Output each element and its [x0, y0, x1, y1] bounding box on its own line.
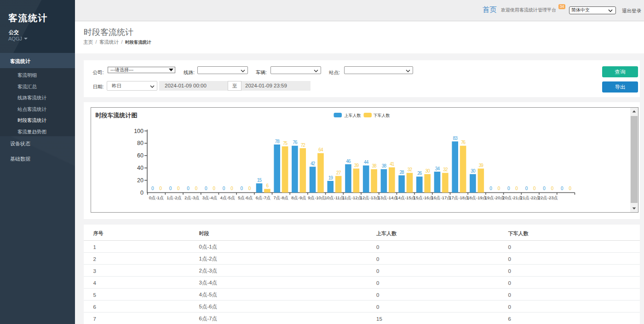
svg-text:41: 41 [390, 162, 395, 167]
svg-text:0: 0 [569, 186, 571, 191]
svg-text:20点-21点: 20点-21点 [502, 195, 522, 200]
svg-text:26: 26 [417, 171, 422, 176]
svg-text:44: 44 [364, 160, 369, 165]
svg-text:0: 0 [230, 186, 233, 191]
svg-text:0: 0 [205, 186, 207, 191]
svg-text:78: 78 [275, 139, 280, 144]
svg-text:0: 0 [533, 186, 536, 191]
svg-text:19: 19 [328, 175, 334, 180]
svg-text:76: 76 [461, 140, 466, 145]
svg-text:18点-19点: 18点-19点 [467, 195, 487, 200]
svg-text:76: 76 [293, 140, 298, 145]
svg-text:6: 6 [266, 183, 269, 188]
svg-text:3点-4点: 3点-4点 [202, 195, 218, 200]
svg-text:38: 38 [372, 163, 377, 168]
svg-text:13点-14点: 13点-14点 [378, 195, 397, 200]
svg-text:38: 38 [382, 163, 387, 168]
svg-text:72: 72 [301, 143, 306, 148]
svg-text:0: 0 [177, 186, 180, 191]
svg-text:11点-12点: 11点-12点 [342, 195, 362, 200]
svg-text:15点-16点: 15点-16点 [414, 195, 433, 200]
svg-text:83: 83 [453, 136, 458, 141]
svg-text:2点-3点: 2点-3点 [184, 195, 200, 200]
svg-text:21点-22点: 21点-22点 [520, 195, 540, 200]
svg-text:100: 100 [134, 128, 144, 134]
svg-text:0: 0 [240, 186, 243, 191]
svg-text:32: 32 [408, 167, 413, 172]
svg-text:14点-15点: 14点-15点 [396, 195, 415, 200]
svg-text:0: 0 [169, 186, 172, 191]
svg-text:40: 40 [137, 165, 144, 171]
svg-text:80: 80 [137, 140, 144, 146]
svg-text:17点-18点: 17点-18点 [449, 195, 469, 200]
svg-text:10点-11点: 10点-11点 [325, 195, 345, 200]
svg-text:75: 75 [283, 141, 288, 146]
svg-text:0: 0 [561, 186, 564, 191]
svg-text:64: 64 [318, 147, 323, 152]
svg-text:0: 0 [151, 186, 154, 191]
svg-text:27: 27 [336, 170, 341, 175]
svg-text:30: 30 [426, 168, 431, 174]
svg-text:0: 0 [223, 186, 225, 191]
svg-text:39: 39 [479, 163, 484, 168]
svg-text:0: 0 [159, 186, 162, 191]
svg-text:34: 34 [435, 166, 440, 171]
svg-text:0: 0 [507, 186, 510, 191]
svg-text:19点-20点: 19点-20点 [485, 195, 505, 200]
svg-text:16点-17点: 16点-17点 [431, 195, 451, 200]
svg-text:0: 0 [213, 186, 215, 191]
svg-text:0: 0 [248, 186, 251, 191]
svg-text:12点-13点: 12点-13点 [360, 195, 380, 200]
svg-text:0: 0 [525, 186, 528, 191]
svg-text:6点-7点: 6点-7点 [256, 195, 271, 200]
svg-text:0: 0 [195, 186, 198, 191]
svg-text:0: 0 [543, 186, 546, 191]
svg-text:5点-6点: 5点-6点 [238, 195, 253, 200]
svg-text:15: 15 [257, 178, 262, 183]
svg-text:30: 30 [471, 168, 476, 174]
svg-text:22点-23点: 22点-23点 [538, 195, 558, 200]
svg-text:0: 0 [187, 186, 190, 191]
svg-text:7点-8点: 7点-8点 [274, 195, 289, 200]
svg-text:46: 46 [346, 159, 351, 164]
svg-text:0: 0 [498, 186, 500, 191]
svg-text:28: 28 [399, 170, 404, 175]
svg-text:9点-10点: 9点-10点 [308, 195, 325, 200]
svg-text:4点-5点: 4点-5点 [220, 195, 235, 200]
svg-text:0点-1点: 0点-1点 [149, 195, 164, 200]
svg-text:1点-2点: 1点-2点 [167, 195, 182, 200]
svg-text:39: 39 [354, 163, 359, 168]
svg-text:20: 20 [137, 177, 144, 184]
svg-text:32: 32 [443, 167, 448, 172]
svg-text:42: 42 [310, 161, 316, 166]
svg-text:0: 0 [489, 186, 492, 191]
svg-text:0: 0 [551, 186, 554, 191]
svg-text:60: 60 [137, 152, 144, 159]
svg-text:8点-9点: 8点-9点 [291, 195, 306, 200]
svg-text:0: 0 [140, 190, 144, 196]
svg-text:0: 0 [515, 186, 518, 191]
